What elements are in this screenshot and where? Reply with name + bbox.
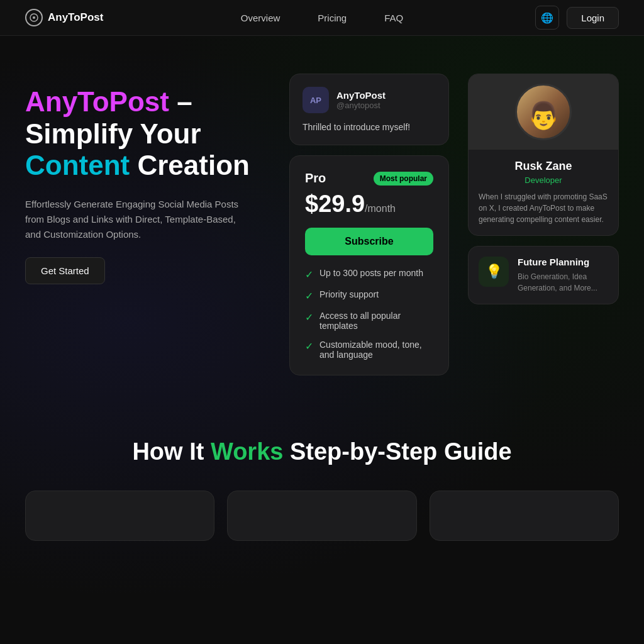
developer-bio: When I struggled with promoting SaaS on … (479, 191, 608, 225)
how-title-part1: How It (132, 438, 211, 465)
feature-item-1: ✓ Up to 300 posts per month (305, 268, 433, 280)
developer-avatar: 👨 (515, 84, 572, 140)
future-planning-icon: 💡 (479, 257, 509, 287)
pricing-price: $29.9/month (305, 191, 433, 218)
svg-point-1 (33, 16, 35, 19)
how-it-works-section: How It Works Step-by-Step Guide (0, 401, 644, 566)
check-icon-1: ✓ (305, 269, 313, 280)
bulb-icon: 💡 (486, 264, 502, 280)
post-avatar: AP (303, 87, 329, 113)
future-planning-card: 💡 Future Planning Bio Generation, Idea G… (468, 246, 619, 304)
check-icon-2: ✓ (305, 290, 313, 302)
subscribe-button[interactable]: Subscribe (305, 228, 433, 255)
developer-avatar-face: 👨 (527, 103, 560, 129)
nav-overview[interactable]: Overview (241, 13, 280, 23)
get-started-button[interactable]: Get Started (25, 257, 105, 284)
step-card-2 (227, 491, 416, 541)
logo-text: AnyToPost (48, 11, 103, 24)
most-popular-badge: Most popular (374, 172, 433, 186)
check-icon-3: ✓ (305, 311, 313, 323)
hero-right: 👨 Rusk Zane Developer When I struggled w… (468, 74, 619, 375)
price-amount: $29.9 (305, 191, 365, 217)
navbar-right: 🌐 Login (535, 6, 619, 30)
hero-subtitle: Effortlessly Generate Engaging Social Me… (25, 197, 252, 242)
navbar: AnyToPost Overview Pricing FAQ 🌐 Login (0, 0, 644, 36)
hero-title-brand: AnyToPost (25, 86, 169, 117)
step-card-1 (25, 491, 214, 541)
post-header: AP AnyToPost @anytopost (303, 87, 436, 113)
price-period: /month (365, 203, 396, 214)
feature-text-1: Up to 300 posts per month (319, 268, 423, 278)
feature-text-3: Access to all popular templates (319, 311, 433, 331)
hero-title: AnyToPost – Simplify Your Content Creati… (25, 86, 270, 182)
hero-left: AnyToPost – Simplify Your Content Creati… (25, 74, 270, 375)
login-button[interactable]: Login (567, 7, 619, 29)
feature-item-2: ✓ Priority support (305, 289, 433, 302)
logo[interactable]: AnyToPost (25, 9, 103, 26)
pricing-card: Pro Most popular $29.9/month Subscribe ✓… (289, 155, 449, 375)
pricing-header: Pro Most popular (305, 171, 433, 186)
post-card: AP AnyToPost @anytopost Thrilled to intr… (289, 74, 449, 145)
developer-card: 👨 Rusk Zane Developer When I struggled w… (468, 74, 619, 236)
nav-links: Overview Pricing FAQ (241, 13, 403, 23)
nav-pricing[interactable]: Pricing (318, 13, 347, 23)
developer-card-body: Rusk Zane Developer When I struggled wit… (469, 150, 618, 235)
how-title-highlight: Works (211, 438, 283, 465)
feature-list: ✓ Up to 300 posts per month ✓ Priority s… (305, 268, 433, 360)
post-text: Thrilled to introduce myself! (303, 122, 436, 132)
developer-role: Developer (479, 175, 608, 185)
future-planning-content: Future Planning Bio Generation, Idea Gen… (518, 257, 608, 294)
post-user-info: AnyToPost @anytopost (336, 90, 386, 110)
nav-faq[interactable]: FAQ (384, 13, 403, 23)
post-name: AnyToPost (336, 90, 386, 101)
how-it-works-title: How It Works Step-by-Step Guide (25, 438, 619, 465)
feature-text-4: Customizable mood, tone, and language (319, 340, 433, 360)
future-planning-desc: Bio Generation, Idea Generation, and Mor… (518, 271, 608, 294)
hero-title-creation: Creation (130, 150, 250, 180)
feature-text-2: Priority support (319, 289, 379, 299)
feature-item-3: ✓ Access to all popular templates (305, 311, 433, 331)
plan-name: Pro (305, 171, 326, 186)
step-card-3 (430, 491, 619, 541)
check-icon-4: ✓ (305, 340, 313, 352)
feature-item-4: ✓ Customizable mood, tone, and language (305, 340, 433, 360)
hero-title-content: Content (25, 150, 130, 180)
logo-icon (25, 9, 43, 26)
how-title-part2: Step-by-Step Guide (283, 438, 511, 465)
future-planning-title: Future Planning (518, 257, 608, 267)
hero-section: AnyToPost – Simplify Your Content Creati… (0, 36, 644, 401)
steps-row (25, 491, 619, 541)
globe-icon: 🌐 (541, 12, 553, 24)
hero-middle: AP AnyToPost @anytopost Thrilled to intr… (289, 74, 449, 375)
developer-avatar-wrap: 👨 (469, 74, 618, 150)
post-handle: @anytopost (336, 101, 386, 110)
globe-button[interactable]: 🌐 (535, 6, 559, 30)
developer-name: Rusk Zane (479, 160, 608, 173)
